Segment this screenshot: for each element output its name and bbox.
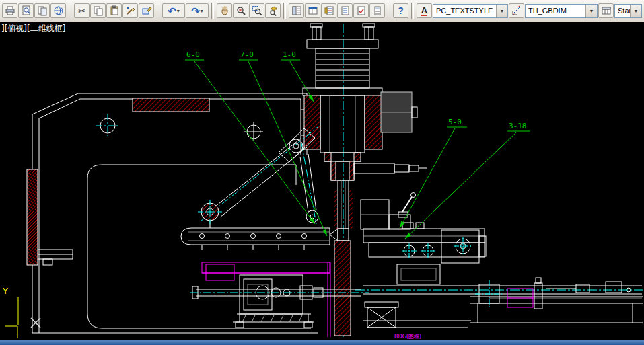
toolbar-separator	[411, 3, 414, 19]
viewport-controls-label[interactable]: ][俯视][二维线框]	[1, 24, 65, 33]
table-style-combo[interactable]: Standard ▼	[614, 4, 642, 18]
ucs-icon: Y	[2, 286, 40, 338]
zoom-previous-icon	[268, 5, 279, 16]
bench-aux-geometry	[507, 289, 533, 307]
plot-printer-icon	[5, 5, 15, 16]
toolbar-separator	[388, 3, 390, 19]
tool-palettes-button[interactable]	[321, 3, 336, 18]
leader-label: 5-0	[448, 118, 462, 126]
frame-section-hatch	[133, 98, 209, 112]
leader-label: 1-0	[283, 50, 296, 59]
zoom-window-icon	[252, 5, 262, 16]
redo-dropdown-caret: ▾	[201, 8, 203, 14]
slide-assembly	[361, 193, 486, 264]
match-properties-brush-icon	[125, 5, 136, 16]
pan-button[interactable]	[217, 3, 232, 18]
undo-arrow-icon: ↶	[168, 6, 176, 16]
quickcalc-button[interactable]	[369, 3, 385, 18]
standard-toolbar: ✂ ↶▾ ↷▾ ? A PC_TEXTSTYLE ▼ TH_GBDIM	[0, 0, 644, 22]
copy-button[interactable]	[90, 3, 106, 18]
leader-label: 3-18	[509, 122, 527, 130]
cylinder-assembly	[303, 24, 427, 336]
ucs-y-axis-label: Y	[2, 286, 8, 296]
ram-hatch	[334, 241, 351, 336]
toolbar-separator	[283, 3, 286, 19]
redo-arrow-icon: ↷	[191, 6, 200, 16]
plot-preview-icon	[21, 5, 32, 16]
pan-hand-icon	[219, 5, 230, 16]
leader-label: 6-0	[186, 50, 200, 59]
cut-button[interactable]: ✂	[74, 3, 90, 18]
bench-assembly	[355, 264, 643, 328]
zoom-realtime-icon	[236, 5, 246, 16]
dim-style-combo-value: TH_GBDIM	[526, 7, 585, 15]
table-style-combo-value: Standard	[615, 7, 630, 15]
zoom-realtime-button[interactable]	[233, 3, 248, 18]
frame-column-hatch	[27, 169, 38, 265]
dwf-button[interactable]	[50, 3, 66, 18]
drawing-stamp-text: BDG(图框)	[394, 334, 421, 340]
plot-preview-button[interactable]	[18, 3, 34, 18]
help-button[interactable]: ?	[393, 3, 408, 18]
dwf-globe-icon	[53, 5, 64, 16]
cut-scissors-icon: ✂	[78, 7, 85, 15]
zoom-window-button[interactable]	[249, 3, 264, 18]
table-style-manager-icon	[601, 5, 612, 16]
sheet-set-manager-button[interactable]	[337, 3, 353, 18]
text-style-combo-value: PC_TEXTSTYLE	[433, 7, 496, 15]
match-properties-button[interactable]	[122, 3, 138, 18]
lever-arm-linkage	[198, 127, 318, 228]
table-style-manager-button[interactable]	[598, 3, 614, 18]
status-bar	[0, 340, 644, 345]
frame-centerlines	[96, 114, 120, 138]
undo-button[interactable]: ↶▾	[162, 3, 185, 18]
publish-sheets-icon	[37, 5, 48, 16]
properties-panel-icon	[291, 5, 302, 16]
designcenter-icon	[308, 5, 318, 16]
toolbar-separator	[69, 3, 71, 19]
drawing-canvas[interactable]: ][俯视][二维线框]	[0, 22, 644, 340]
leader-3-18: 3-18	[405, 122, 530, 239]
redo-button[interactable]: ↷▾	[186, 3, 209, 18]
dim-style-combo[interactable]: TH_GBDIM ▼	[525, 4, 598, 18]
cylinder-wall-hatch-right	[365, 95, 382, 149]
designcenter-button[interactable]	[305, 3, 320, 18]
copy-icon	[93, 5, 104, 16]
combo-dropdown-arrow-icon[interactable]: ▼	[630, 5, 641, 17]
leader-annotations: 6-0 7-0 1-0 5-0	[185, 50, 530, 239]
properties-button[interactable]	[289, 3, 304, 18]
combo-dropdown-arrow-icon[interactable]: ▼	[585, 5, 597, 17]
sheet-set-manager-icon	[340, 5, 351, 16]
cylinder-wall-hatch-left	[304, 95, 320, 149]
markup-set-manager-icon	[356, 5, 367, 16]
tool-palettes-icon	[324, 5, 334, 16]
block-editor-icon	[141, 5, 152, 16]
leader-1-0: 1-0	[281, 50, 314, 102]
toolbar-separator	[157, 3, 159, 19]
block-editor-button[interactable]	[139, 3, 154, 18]
text-style-manager-button[interactable]: A	[417, 3, 432, 18]
clamp-bar	[181, 228, 330, 250]
cad-application-window: ✂ ↶▾ ↷▾ ? A PC_TEXTSTYLE ▼ TH_GBDIM	[0, 0, 644, 345]
publish-button[interactable]	[34, 3, 50, 18]
plot-button[interactable]	[2, 3, 17, 18]
quickcalc-icon	[372, 5, 383, 16]
combo-dropdown-arrow-icon[interactable]: ▼	[496, 5, 507, 17]
zoom-previous-button[interactable]	[265, 3, 281, 18]
dim-style-manager-button[interactable]	[509, 3, 524, 18]
undo-dropdown-caret: ▾	[177, 8, 180, 14]
toolbar-separator	[211, 3, 214, 19]
paste-clipboard-icon	[109, 5, 120, 16]
text-style-manager-icon: A	[421, 6, 427, 16]
paste-button[interactable]	[106, 3, 122, 18]
cad-drawing: ][俯视][二维线框]	[0, 22, 644, 340]
text-style-combo[interactable]: PC_TEXTSTYLE ▼	[433, 4, 508, 18]
markup-set-manager-button[interactable]	[353, 3, 369, 18]
help-icon: ?	[398, 6, 404, 15]
dim-style-manager-icon	[511, 5, 522, 16]
leader-label: 7-0	[240, 50, 254, 59]
